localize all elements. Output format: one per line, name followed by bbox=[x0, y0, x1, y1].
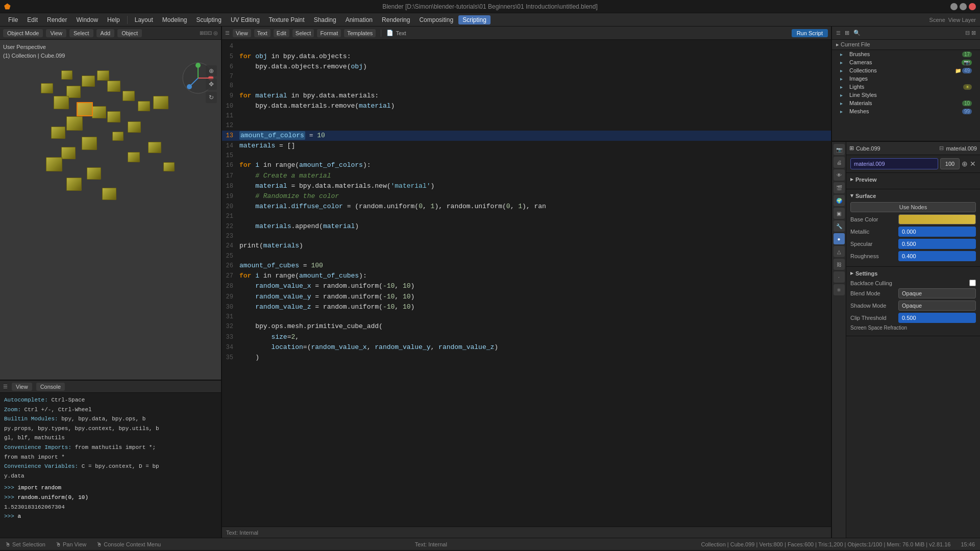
material-slot-field[interactable]: 100 bbox=[940, 158, 960, 169]
minimize-button[interactable] bbox=[950, 3, 958, 10]
props-object-icon[interactable]: ▣ bbox=[834, 208, 845, 219]
roughness-row: Roughness 0.400 bbox=[850, 251, 976, 261]
surface-header[interactable]: ▾ Surface bbox=[850, 192, 976, 199]
base-color-swatch[interactable] bbox=[899, 215, 975, 224]
code-line-7: 7 bbox=[222, 72, 831, 82]
menu-render[interactable]: Render bbox=[43, 15, 71, 24]
outliner-brushes[interactable]: ▸ Brushes 17 bbox=[832, 50, 980, 58]
code-line-29: 29 random_value_y = random.uniform(-10, … bbox=[222, 292, 831, 302]
console-panel: ☰ View Console Autocomplete: Ctrl-Space … bbox=[0, 380, 221, 538]
add-button[interactable]: Add bbox=[96, 29, 115, 37]
material-name-field[interactable]: material.009 bbox=[850, 158, 938, 169]
perspective-label: User Perspective bbox=[3, 43, 65, 52]
title-bar: ⬟ Blender [D:\Simon\blender-tutorials\01… bbox=[0, 0, 980, 13]
menu-animation[interactable]: Animation bbox=[341, 15, 377, 24]
screen-space-label: Screen Space Refraction bbox=[850, 325, 907, 331]
pan-icon[interactable]: ✥ bbox=[206, 79, 217, 90]
menu-file[interactable]: File bbox=[4, 15, 22, 24]
zoom-icon[interactable]: ⊕ bbox=[206, 65, 217, 77]
script-text-btn[interactable]: Text bbox=[254, 29, 271, 37]
menu-sculpting[interactable]: Sculpting bbox=[192, 15, 226, 24]
outliner-cameras[interactable]: ▸ Cameras 📷 bbox=[832, 58, 980, 66]
run-script-button[interactable]: Run Script bbox=[792, 29, 828, 37]
settings-header[interactable]: ▸ Settings bbox=[850, 270, 976, 277]
metallic-row: Metallic 0.000 bbox=[850, 227, 976, 237]
menu-uv-editing[interactable]: UV Editing bbox=[227, 15, 264, 24]
outliner-line-styles[interactable]: ▸ Line Styles bbox=[832, 91, 980, 99]
maximize-button[interactable] bbox=[960, 3, 967, 10]
rotate-icon[interactable]: ↻ bbox=[206, 92, 217, 103]
console-autocomplete: Autocomplete: Ctrl-Space bbox=[4, 396, 217, 405]
script-select-btn[interactable]: Select bbox=[292, 29, 314, 37]
material-close-btn[interactable]: ✕ bbox=[970, 160, 976, 168]
outliner-lights[interactable]: ▸ Lights ☀ bbox=[832, 83, 980, 91]
menu-help[interactable]: Help bbox=[103, 15, 124, 24]
menu-modeling[interactable]: Modeling bbox=[158, 15, 191, 24]
console-cmd2: >>> random.uniform(0, 10) bbox=[4, 493, 217, 503]
outliner-materials[interactable]: ▸ Materials 10 bbox=[832, 99, 980, 107]
menu-compositing[interactable]: Compositing bbox=[415, 15, 457, 24]
script-footer-text: Text: Internal bbox=[226, 530, 258, 536]
blend-mode-value[interactable]: Opaque bbox=[898, 288, 976, 298]
outliner-meshes[interactable]: ▸ Meshes 99 bbox=[832, 107, 980, 115]
script-panel: ☰ View Text Edit Select Format Templates… bbox=[222, 27, 832, 538]
console-btn[interactable]: Console bbox=[36, 383, 65, 391]
metallic-value[interactable]: 0.000 bbox=[898, 227, 976, 237]
base-color-value[interactable] bbox=[898, 214, 976, 224]
script-view-btn[interactable]: View bbox=[233, 29, 251, 37]
specular-row: Specular 0.500 bbox=[850, 239, 976, 249]
material-selector: material.009 100 ⊕ ✕ bbox=[846, 155, 980, 173]
menu-rendering[interactable]: Rendering bbox=[378, 15, 414, 24]
props-output-icon[interactable]: 🖨 bbox=[834, 157, 845, 168]
console-content: Autocomplete: Ctrl-Space Zoom: Ctrl +/-,… bbox=[0, 393, 221, 539]
shadow-mode-value[interactable]: Opaque bbox=[898, 300, 976, 311]
code-line-15: 15 bbox=[222, 151, 831, 161]
console-view-btn[interactable]: View bbox=[12, 383, 32, 391]
props-constraints-icon[interactable]: ⛓ bbox=[834, 259, 845, 270]
props-particles-icon[interactable]: · bbox=[834, 271, 845, 283]
use-nodes-button[interactable]: Use Nodes bbox=[850, 202, 976, 212]
menu-layout[interactable]: Layout bbox=[131, 15, 157, 24]
props-object-name: Cube.099 bbox=[856, 145, 880, 152]
viewport-canvas[interactable]: User Perspective (1) Collection | Cube.0… bbox=[0, 40, 221, 380]
script-content[interactable]: 4 5 for obj in bpy.data.objects: 6 bpy.d… bbox=[222, 40, 831, 527]
outliner-collections[interactable]: ▸ Collections 📁 49 bbox=[832, 66, 980, 74]
object-mode-button[interactable]: Object Mode bbox=[3, 29, 43, 37]
code-line-11: 11 bbox=[222, 111, 831, 121]
view-button[interactable]: View bbox=[46, 29, 66, 37]
props-data-icon[interactable]: △ bbox=[834, 246, 845, 257]
props-material-icon[interactable]: ● bbox=[834, 233, 845, 244]
menu-edit[interactable]: Edit bbox=[23, 15, 42, 24]
props-scene-icon[interactable]: 🎬 bbox=[834, 182, 845, 193]
outliner-images[interactable]: ▸ Images bbox=[832, 74, 980, 83]
menu-window[interactable]: Window bbox=[72, 15, 102, 24]
window-title: Blender [D:\Simon\blender-tutorials\01 B… bbox=[382, 3, 598, 10]
props-world-icon[interactable]: 🌍 bbox=[834, 195, 845, 206]
specular-value[interactable]: 0.500 bbox=[898, 239, 976, 249]
roughness-label: Roughness bbox=[850, 253, 896, 259]
roughness-value[interactable]: 0.400 bbox=[898, 251, 976, 261]
menu-scripting[interactable]: Scripting bbox=[458, 15, 491, 24]
props-view-icon[interactable]: 👁 bbox=[834, 169, 845, 181]
menu-texture-paint[interactable]: Texture Paint bbox=[265, 15, 309, 24]
outliner: ▸ Current File ▸ Brushes 17 ▸ Cameras 📷 … bbox=[832, 40, 980, 142]
clip-value[interactable]: 0.500 bbox=[898, 313, 976, 323]
material-copy-btn[interactable]: ⊕ bbox=[962, 160, 968, 168]
surface-section: ▾ Surface Use Nodes Base Color Metallic bbox=[846, 189, 980, 267]
code-line-25: 25 bbox=[222, 252, 831, 261]
backface-checkbox[interactable] bbox=[969, 280, 976, 286]
select-button[interactable]: Select bbox=[69, 29, 93, 37]
script-edit-btn[interactable]: Edit bbox=[274, 29, 289, 37]
props-render-icon[interactable]: 📷 bbox=[834, 144, 845, 155]
script-format-btn[interactable]: Format bbox=[317, 29, 341, 37]
code-line-8: 8 bbox=[222, 81, 831, 91]
props-modifier-icon[interactable]: 🔧 bbox=[834, 220, 845, 232]
close-button[interactable] bbox=[969, 3, 976, 10]
base-color-label: Base Color bbox=[850, 216, 896, 222]
script-templates-btn[interactable]: Templates bbox=[344, 29, 376, 37]
props-physics-icon[interactable]: ⚛ bbox=[834, 284, 845, 295]
object-button[interactable]: Object bbox=[117, 29, 142, 37]
menu-shading[interactable]: Shading bbox=[310, 15, 340, 24]
scene-header: ☰ ⊞ 🔍 ⊟ ⊠ bbox=[832, 27, 980, 40]
preview-header[interactable]: ▸ Preview bbox=[850, 176, 976, 183]
